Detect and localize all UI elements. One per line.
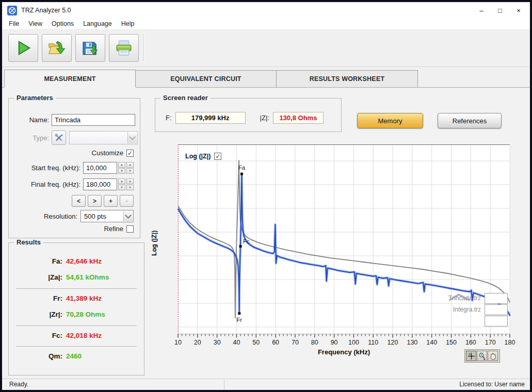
minimize-button[interactable]: – [472,2,491,19]
zr-label: |Zr|: [9,311,62,318]
legend-swatch-trincada[interactable] [485,293,508,304]
menu-view[interactable]: View [24,19,47,29]
menu-language[interactable]: Language [78,19,117,29]
play-icon [14,39,32,57]
fa-value: 42,646 kHz [66,257,102,265]
x-tick-label: 150 [446,339,457,346]
menu-help[interactable]: Help [117,19,139,29]
spin-down-icon: ▼ [126,168,134,174]
fa-label: Fa: [9,257,62,265]
close-button[interactable]: × [509,2,528,19]
legend-label: Integra.trz [453,306,481,313]
app-logo-icon [7,6,17,15]
window-controls: – □ × [472,2,528,19]
x-tick-label: 130 [407,339,417,346]
results-divider [16,325,137,326]
run-button[interactable] [8,34,38,62]
start-freq-label: Start freq. (kHz): [9,164,80,172]
tabbar: MEASUREMENT EQUIVALENT CIRCUIT RESULTS W… [2,67,530,88]
spin-down-icon: ▼ [126,185,134,190]
chart-toolbar [464,349,500,363]
final-freq-input[interactable] [83,178,117,190]
spin-up-icon: ▲ [118,178,125,184]
start-freq-spinner-coarse[interactable]: ▲ ▼ [118,162,125,174]
x-tick-label: 160 [465,339,476,346]
qm-label: Qm: [9,352,62,360]
type-label: Type: [9,134,49,142]
results-divider [16,346,137,347]
crosshair-icon [467,352,475,360]
type-dropdown[interactable] [69,131,138,144]
start-freq-input[interactable] [83,162,117,174]
x-axis-label: Frequency (kHz) [178,348,510,356]
x-tick-label: 100 [348,339,359,346]
measurement-panel: Parameters Name: Type: [2,88,530,379]
name-input[interactable] [52,114,135,126]
zoom-in-freq-button[interactable]: + [104,195,118,207]
x-tick-label: 40 [233,339,240,346]
spin-up-icon: ▲ [118,162,125,168]
zoom-out-freq-button[interactable]: - [120,195,134,207]
name-label: Name: [9,116,49,124]
titlebar: TRZ Analyzer 5.0 – □ × [2,2,530,19]
status-message: Ready. [9,381,28,388]
freq-readout-label: F: [166,114,172,122]
shift-right-button[interactable]: > [88,195,102,207]
resolution-value: 500 pts [84,213,106,220]
zr-value: 70,28 Ohms [66,311,105,318]
chevron-down-icon [123,211,133,221]
final-freq-label: Final freq. (kHz): [9,181,80,188]
cursor-tool-button[interactable] [466,351,476,361]
fr-label: Fr: [9,295,62,302]
refine-label: Refine [104,225,123,233]
memory-button[interactable]: Memory [357,113,423,128]
maximize-button[interactable]: □ [491,2,509,19]
tools-icon [55,134,63,142]
parameters-title: Parameters [14,94,56,102]
x-tick-label: 10 [174,339,182,346]
statusbar: Ready. Licensed to: User name [2,379,530,390]
menu-file[interactable]: File [4,19,24,29]
results-divider [16,288,137,289]
legend-swatch-integra[interactable] [485,304,508,315]
final-freq-spinner-coarse[interactable]: ▲ ▼ [118,178,125,190]
start-freq-spinner-fine[interactable]: ▲ ▼ [126,162,134,174]
chart-legend: Trincada.trz Integra.trz [448,292,508,326]
refine-checkbox[interactable] [126,225,134,233]
x-tick-label: 120 [388,339,398,346]
tab-measurement[interactable]: MEASUREMENT [4,70,136,87]
save-button[interactable] [75,34,105,62]
references-button[interactable]: References [438,113,502,128]
toolbar-separator [143,34,144,61]
menu-options[interactable]: Options [47,19,78,29]
tab-results-worksheet[interactable]: RESULTS WORKSHEET [276,70,418,87]
x-tick-label: 110 [368,339,378,346]
impedance-plot[interactable]: FaFcFr Log (|Z|) ✓ Trincada.trz Integra.… [178,144,510,334]
za-value: 54,61 kOhms [66,273,109,281]
resolution-label: Resolution: [9,213,77,220]
pan-tool-button[interactable] [488,351,498,361]
legend-swatch-empty[interactable] [485,316,508,326]
fc-label: Fc: [9,332,62,339]
tab-equivalent-circuit[interactable]: EQUIVALENT CIRCUIT [135,70,277,87]
open-file-icon [47,39,66,57]
qm-value: 2460 [66,352,82,360]
final-freq-spinner-fine[interactable]: ▲ ▼ [126,178,134,190]
resolution-dropdown[interactable]: 500 pts [80,210,134,222]
magnifier-icon [478,352,486,360]
toolbar [2,30,530,67]
x-tick-label: 70 [292,339,299,346]
status-divider [224,380,224,390]
print-button[interactable] [109,34,139,62]
app-window: TRZ Analyzer 5.0 – □ × File View Options… [0,0,532,392]
zoom-tool-button[interactable] [477,351,487,361]
customize-checkbox[interactable]: ✓ [126,150,134,157]
fr-value: 41,389 kHz [66,295,102,302]
x-tick-label: 50 [252,339,260,346]
type-tools-button[interactable] [52,130,66,145]
shift-left-button[interactable]: < [72,195,86,207]
open-file-button[interactable] [42,34,72,62]
za-label: |Za|: [9,273,62,281]
screen-reader-groupbox: Screen reader F: 179,999 kHz |Z|: 130,8 … [155,98,342,132]
log-scale-checkbox[interactable]: ✓ [214,153,221,160]
